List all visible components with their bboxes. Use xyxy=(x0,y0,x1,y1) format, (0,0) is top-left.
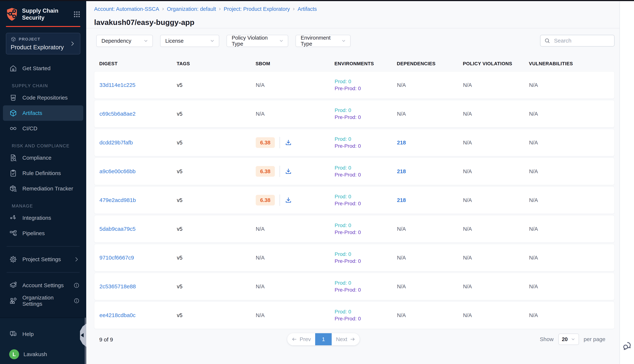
tags-cell: v5 xyxy=(177,140,256,146)
vulnerabilities-cell: N/A xyxy=(529,82,614,88)
dependencies-cell: 218 xyxy=(397,168,463,174)
env-preprod: Pre-Prod: 0 xyxy=(335,171,397,178)
project-selector[interactable]: PROJECT Product Exploratory xyxy=(6,33,80,54)
policy-violations-value: N/A xyxy=(463,168,472,174)
dependencies-value[interactable]: 218 xyxy=(397,197,406,203)
table-header-row: DIGEST TAGS SBOM ENVIRONMENTS DEPENDENCI… xyxy=(94,59,614,68)
sidebar-item-help[interactable]: Help xyxy=(0,326,86,342)
pagination: Prev 1 Next xyxy=(287,333,360,345)
download-icon xyxy=(285,168,292,175)
license-filter-dropdown[interactable]: License xyxy=(160,35,219,47)
sidebar-item-artifacts[interactable]: Artifacts xyxy=(3,106,83,121)
breadcrumb-account[interactable]: Account: Automation-SSCA xyxy=(94,6,159,12)
search-input[interactable] xyxy=(554,38,609,44)
column-header-tags: TAGS xyxy=(177,61,255,66)
user-menu[interactable]: L Lavakush xyxy=(0,346,86,362)
page-1-button[interactable]: 1 xyxy=(315,333,332,345)
download-icon xyxy=(285,196,292,204)
environment-type-filter-dropdown[interactable]: Environment Type xyxy=(295,35,351,47)
vulnerabilities-cell: N/A xyxy=(529,312,614,318)
breadcrumb-project[interactable]: Project: Product Exploratory xyxy=(224,6,290,12)
product-title: Supply Chain Security xyxy=(22,7,72,21)
info-icon[interactable] xyxy=(74,298,80,304)
sidebar-item-compliance[interactable]: Compliance xyxy=(0,150,86,166)
feedback-chat-icon[interactable] xyxy=(622,340,633,351)
page-size-select[interactable]: 20 xyxy=(558,334,579,345)
digest-cell: a9c6e00c66bb xyxy=(99,168,177,174)
policy-violation-type-filter-dropdown[interactable]: Policy Violation Type xyxy=(227,35,288,47)
sbom-divider xyxy=(279,166,280,177)
code-repository-icon xyxy=(9,94,17,102)
policy-violations-cell: N/A xyxy=(463,197,529,203)
dependencies-cell: N/A xyxy=(397,255,463,261)
main-content: Account: Automation-SSCA › Organization:… xyxy=(86,1,619,364)
project-label: PROJECT xyxy=(19,37,40,42)
digest-link[interactable]: 2c5365718e88 xyxy=(99,283,136,290)
collapse-left-arrow-icon xyxy=(81,333,84,338)
column-header-sbom: SBOM xyxy=(255,61,335,66)
table-row: 2c5365718e88 v5 N/A Prod: 0 Pre-Prod: 0 … xyxy=(94,273,614,300)
vulnerabilities-value: N/A xyxy=(529,140,538,146)
info-icon[interactable] xyxy=(73,282,80,288)
env-preprod: Pre-Prod: 0 xyxy=(335,200,397,207)
sidebar-item-rule-definitions[interactable]: Rule Definitions xyxy=(0,166,86,181)
environments-cell: Prod: 0 Pre-Prod: 0 xyxy=(335,280,397,294)
sidebar-item-remediation-tracker[interactable]: Remediation Tracker xyxy=(0,181,86,196)
policy-violations-cell: N/A xyxy=(463,226,529,232)
clipboard-check-icon xyxy=(9,169,17,177)
breadcrumb-artifacts[interactable]: Artifacts xyxy=(297,6,317,12)
environments-cell: Prod: 0 Pre-Prod: 0 xyxy=(335,78,397,92)
dependencies-cell: N/A xyxy=(397,82,463,88)
policy-violations-cell: N/A xyxy=(463,312,529,318)
search-box[interactable] xyxy=(540,35,614,46)
sidebar-item-account-settings[interactable]: Account Settings xyxy=(0,278,86,293)
tag-value: v5 xyxy=(177,140,183,146)
env-prod: Prod: 0 xyxy=(335,78,397,85)
vulnerabilities-cell: N/A xyxy=(529,168,614,174)
dependencies-value[interactable]: 218 xyxy=(397,140,406,146)
sidebar-item-integrations[interactable]: Integrations xyxy=(0,210,86,226)
sbom-download-button[interactable] xyxy=(285,196,292,204)
digest-link[interactable]: 9710cf6667c9 xyxy=(99,254,134,261)
chevron-down-icon xyxy=(279,38,284,44)
digest-link[interactable]: c69c5b6a8ae2 xyxy=(99,111,136,117)
digest-link[interactable]: a9c6e00c66bb xyxy=(99,168,136,174)
sidebar-footer: Help L Lavakush xyxy=(0,318,86,364)
env-prod: Prod: 0 xyxy=(335,107,397,114)
column-header-vulnerabilities: VULNERABILITIES xyxy=(529,61,614,66)
sidebar-item-code-repositories[interactable]: Code Repositories xyxy=(0,90,86,106)
sidebar-item-pipelines[interactable]: Pipelines xyxy=(0,226,86,241)
env-prod: Prod: 0 xyxy=(335,136,397,142)
sbom-cell: N/A xyxy=(256,284,335,290)
sbom-score-badge: 6.38 xyxy=(256,137,275,148)
app-launcher-icon[interactable] xyxy=(73,10,81,18)
digest-link[interactable]: dcdd29b7fafb xyxy=(99,140,133,146)
table-row: 33d114e1c225 v5 N/A Prod: 0 Pre-Prod: 0 … xyxy=(94,71,614,99)
dependency-filter-dropdown[interactable]: Dependency xyxy=(96,35,153,47)
sidebar-item-organization-settings[interactable]: Organization Settings xyxy=(0,293,86,308)
env-preprod: Pre-Prod: 0 xyxy=(335,286,397,294)
dependencies-value: N/A xyxy=(397,255,406,261)
org-chart-gear-icon xyxy=(9,297,17,305)
breadcrumb-separator: › xyxy=(162,6,164,12)
sbom-download-button[interactable] xyxy=(285,168,292,175)
sidebar-divider xyxy=(7,272,80,272)
sidebar-item-cicd[interactable]: CI/CD xyxy=(0,121,86,136)
sidebar-item-get-started[interactable]: Get Started xyxy=(0,61,86,76)
prev-page-button[interactable]: Prev xyxy=(287,333,315,345)
sbom-na: N/A xyxy=(256,312,264,318)
section-risk-and-compliance: RISK AND COMPLIANCE xyxy=(0,142,86,150)
breadcrumb-organization[interactable]: Organization: default xyxy=(167,6,216,12)
digest-link[interactable]: ee4218cdba0c xyxy=(99,312,136,318)
digest-link[interactable]: 33d114e1c225 xyxy=(99,82,135,88)
next-page-button[interactable]: Next xyxy=(332,333,360,345)
digest-cell: 5dab9caa79c5 xyxy=(99,226,177,232)
sidebar-item-project-settings[interactable]: Project Settings xyxy=(0,252,86,267)
sbom-cell: N/A xyxy=(256,312,335,318)
digest-link[interactable]: 5dab9caa79c5 xyxy=(99,226,136,232)
sbom-download-button[interactable] xyxy=(285,139,292,146)
product-logo-row: Supply Chain Security xyxy=(0,0,86,21)
digest-link[interactable]: 479e2acd981b xyxy=(99,197,136,203)
dependencies-value[interactable]: 218 xyxy=(397,168,406,174)
vulnerabilities-value: N/A xyxy=(529,197,538,203)
